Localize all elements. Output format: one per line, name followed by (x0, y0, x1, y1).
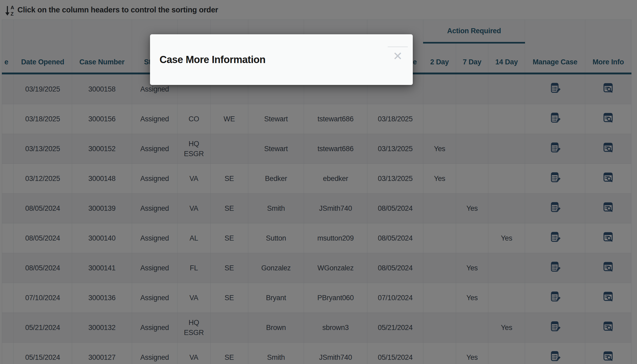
dialog-title: Case More Information (160, 54, 265, 65)
close-button[interactable]: ✕ (387, 46, 409, 62)
close-icon: ✕ (387, 50, 409, 62)
case-more-information-dialog: Case More Information ✕ (150, 34, 413, 85)
case-management-page: A Z Click on the column headers to contr… (0, 0, 637, 364)
close-button-divider (388, 46, 408, 47)
